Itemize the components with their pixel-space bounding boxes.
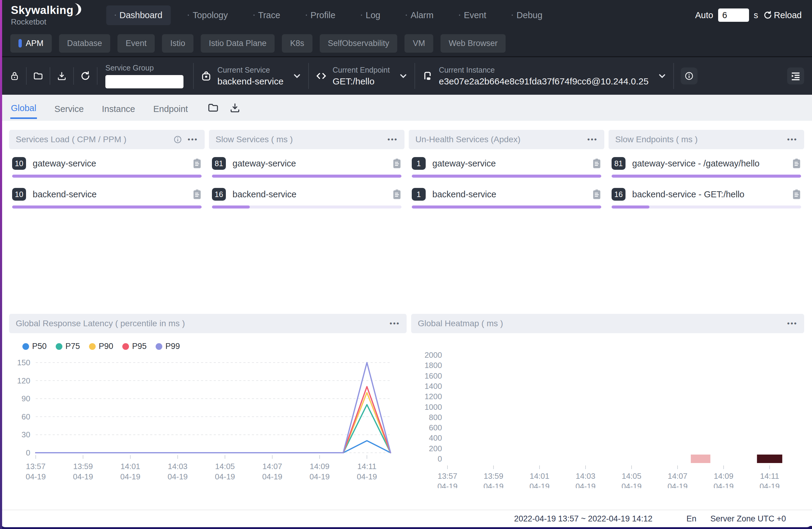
layer-tab-web-browser[interactable]: Web Browser xyxy=(440,34,506,53)
tab-service[interactable]: Service xyxy=(54,98,85,118)
clipboard-copy-icon[interactable] xyxy=(192,189,202,200)
svg-text:13:59: 13:59 xyxy=(483,471,503,481)
clipboard-copy-icon[interactable] xyxy=(792,158,801,168)
service-link[interactable]: gateway-service xyxy=(432,159,592,168)
svg-text:13:57: 13:57 xyxy=(437,471,457,481)
service-link[interactable]: backend-service xyxy=(33,189,192,200)
nav-item-label: Profile xyxy=(310,10,335,20)
heatmap-chart[interactable]: 200018001600140012001000800600400200013:… xyxy=(414,333,804,488)
current-endpoint-label: Current Endpoint xyxy=(332,66,390,74)
collapse-menu-button[interactable] xyxy=(787,68,804,85)
clipboard-copy-icon[interactable] xyxy=(592,189,601,200)
nav-item-label: Event xyxy=(464,10,486,20)
folder-icon[interactable] xyxy=(31,67,45,85)
download-icon[interactable] xyxy=(229,102,241,114)
service-link[interactable]: gateway-service xyxy=(233,159,392,168)
legend-item-p90[interactable]: P90 xyxy=(89,342,113,351)
layer-tab-istio[interactable]: Istio xyxy=(162,34,193,53)
layer-tab-selfobservability[interactable]: SelfObservability xyxy=(320,34,397,53)
legend-label: P99 xyxy=(165,342,180,351)
time-range-picker[interactable]: 2022-04-19 13:57 ~ 2022-04-19 14:12 xyxy=(514,514,652,524)
nav-item-log[interactable]: Log xyxy=(352,5,389,25)
legend-item-p99[interactable]: P99 xyxy=(156,342,180,351)
nav-item-topology[interactable]: Topology xyxy=(179,5,236,25)
layer-tab-database[interactable]: Database xyxy=(59,34,111,53)
refresh-icon[interactable] xyxy=(79,67,92,85)
toolbar-divider xyxy=(193,63,194,89)
clipboard-copy-icon[interactable] xyxy=(392,189,402,200)
legend-item-p75[interactable]: P75 xyxy=(56,342,80,351)
nav-item-alarm[interactable]: Alarm xyxy=(397,5,442,25)
current-service-value: backend-service xyxy=(217,76,284,87)
layer-tab-k8s[interactable]: K8s xyxy=(282,34,313,53)
clipboard-copy-icon[interactable] xyxy=(392,158,402,168)
more-options-button[interactable]: ••• xyxy=(787,320,797,327)
nav-item-event[interactable]: Event xyxy=(450,5,495,25)
nav-item-profile[interactable]: Profile xyxy=(297,5,344,25)
more-options-button[interactable]: ••• xyxy=(188,136,198,143)
service-group-input[interactable] xyxy=(105,75,184,88)
service-link[interactable]: backend-service xyxy=(233,189,392,200)
layer-tab-label: Istio Data Plane xyxy=(209,39,267,48)
crescent-logo-icon xyxy=(74,2,82,16)
language-selector[interactable]: En xyxy=(686,514,696,524)
nav-item-debug[interactable]: Debug xyxy=(503,5,551,25)
metric-card-services-load: Services Load ( CPM / PPM )•••10gateway-… xyxy=(9,130,205,219)
info-button[interactable] xyxy=(681,68,698,85)
svg-text:04-19: 04-19 xyxy=(120,472,141,481)
nav-item-dot xyxy=(253,15,255,16)
tab-endpoint[interactable]: Endpoint xyxy=(153,98,189,118)
svg-text:1600: 1600 xyxy=(424,371,442,380)
layer-tab-event[interactable]: Event xyxy=(117,34,155,53)
clipboard-copy-icon[interactable] xyxy=(792,189,801,200)
service-link[interactable]: gateway-service xyxy=(33,159,192,168)
server-zone-label[interactable]: Server Zone UTC +0 xyxy=(710,514,786,524)
reload-button[interactable]: Reload xyxy=(763,10,802,20)
more-options-button[interactable]: ••• xyxy=(388,136,398,143)
svg-text:200: 200 xyxy=(429,444,442,453)
more-options-button[interactable]: ••• xyxy=(588,136,598,143)
svg-text:04-19: 04-19 xyxy=(309,472,330,481)
clipboard-copy-icon[interactable] xyxy=(592,158,601,168)
svg-text:04-19: 04-19 xyxy=(168,472,188,481)
list-item: 81gateway-service xyxy=(212,157,402,178)
tab-instance[interactable]: Instance xyxy=(101,98,136,118)
service-link[interactable]: gateway-service - /gateway/hello xyxy=(632,159,792,168)
svg-text:0: 0 xyxy=(26,448,30,457)
nav-item-dot xyxy=(459,15,460,16)
nav-item-dot xyxy=(361,15,362,16)
layer-tab-apm[interactable]: APM xyxy=(10,34,52,53)
svg-text:30: 30 xyxy=(21,430,30,439)
legend-label: P95 xyxy=(132,342,147,351)
layer-tab-vm[interactable]: VM xyxy=(405,34,433,53)
current-instance-selector[interactable]: Current Instance e3e07e2a2b664e8c91fda37… xyxy=(422,66,667,87)
current-endpoint-selector[interactable]: Current Endpoint GET:/hello xyxy=(316,66,408,87)
legend-item-p50[interactable]: P50 xyxy=(23,342,47,351)
svg-text:14:09: 14:09 xyxy=(310,462,329,471)
indent-menu-icon xyxy=(791,71,801,81)
layer-tab-istio-data-plane[interactable]: Istio Data Plane xyxy=(201,34,275,53)
service-link[interactable]: backend-service xyxy=(432,189,592,200)
metric-card-un-health-services: Un-Health Services (Apdex)•••1gateway-se… xyxy=(409,130,604,219)
metric-bar xyxy=(12,175,202,178)
legend-dot xyxy=(156,343,162,350)
latency-chart[interactable]: 030609012015013:5704-1913:5904-1914:0104… xyxy=(12,353,402,484)
layer-tab-label: Database xyxy=(67,39,102,48)
download-icon[interactable] xyxy=(55,67,69,85)
service-link[interactable]: backend-service - GET:/hello xyxy=(632,189,792,200)
nav-item-trace[interactable]: Trace xyxy=(245,5,289,25)
auto-interval-input[interactable] xyxy=(718,9,749,22)
nav-item-dashboard[interactable]: Dashboard xyxy=(106,5,171,25)
svg-text:800: 800 xyxy=(429,413,442,422)
lock-icon[interactable] xyxy=(8,67,21,85)
svg-text:14:07: 14:07 xyxy=(262,462,282,471)
nav-item-label: Log xyxy=(366,10,380,20)
tab-global[interactable]: Global xyxy=(10,97,37,119)
info-icon[interactable] xyxy=(173,135,182,144)
more-options-button[interactable]: ••• xyxy=(787,136,797,143)
legend-item-p95[interactable]: P95 xyxy=(122,342,147,351)
folder-icon[interactable] xyxy=(207,102,219,114)
more-options-button[interactable]: ••• xyxy=(390,320,400,327)
clipboard-copy-icon[interactable] xyxy=(192,158,202,168)
current-service-selector[interactable]: Current Service backend-service xyxy=(200,66,302,87)
